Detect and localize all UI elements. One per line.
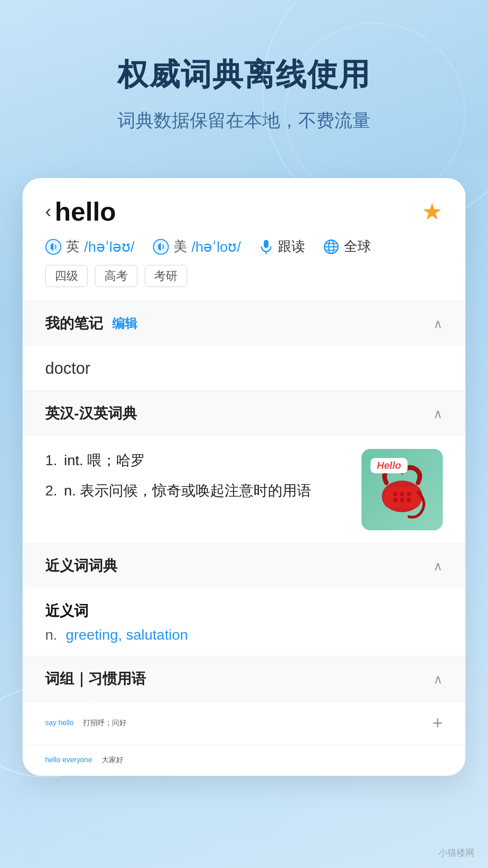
word-display: hello (55, 196, 116, 226)
hello-badge: Hello (371, 458, 408, 473)
svg-point-13 (400, 498, 404, 502)
notes-content: doctor (45, 359, 90, 377)
tag-kaoyan: 考研 (145, 265, 187, 287)
global-button[interactable]: 全球 (323, 237, 371, 256)
globe-icon (323, 239, 339, 255)
notes-title-text: 我的笔记 (45, 314, 103, 334)
tag-gaokao: 高考 (95, 265, 137, 287)
phrase-cn-2: 大家好 (102, 756, 123, 764)
uk-speaker-icon (45, 239, 61, 255)
svg-point-11 (407, 492, 411, 496)
dictionary-card: ‹ hello ★ 英 /həˈləʊ/ (23, 178, 465, 776)
dict-chevron-icon: ∧ (433, 406, 443, 421)
synonym-chevron-icon: ∧ (433, 559, 443, 574)
uk-phonetic-text: /həˈləʊ/ (84, 238, 135, 255)
dict-item-1: 1. int. 喂；哈罗 (45, 449, 352, 472)
notes-edit-button[interactable]: 编辑 (112, 315, 137, 332)
synonym-title: 近义词词典 (45, 556, 117, 576)
phrases-chevron-icon: ∧ (433, 672, 443, 687)
dict-section: 英汉-汉英词典 ∧ 1. int. 喂；哈罗 2. n. 表示问候，惊奇或唤起注… (23, 391, 465, 543)
dict-illustration: Hello (361, 449, 443, 530)
notes-title: 我的笔记 编辑 (45, 314, 137, 334)
follow-read-button[interactable]: 跟读 (259, 237, 305, 256)
phrases-title: 词组｜习惯用语 (45, 669, 146, 689)
phonetic-row: 英 /həˈləʊ/ 美 /həˈloʊ/ 跟读 (45, 237, 443, 256)
back-button[interactable]: ‹ (45, 201, 51, 222)
svg-point-14 (407, 498, 411, 502)
microphone-icon (259, 239, 273, 255)
notes-section: 我的笔记 编辑 ∧ doctor (23, 301, 465, 391)
us-speaker-icon (153, 239, 169, 255)
synonym-body: 近义词 n. greeting, salutation (23, 589, 465, 656)
synonym-section-header[interactable]: 近义词词典 ∧ (23, 543, 465, 589)
tag-row: 四级 高考 考研 (45, 265, 443, 287)
dict-text-block: 1. int. 喂；哈罗 2. n. 表示问候，惊奇或唤起注意时的用语 (45, 449, 352, 509)
uk-label: 英 (66, 237, 80, 256)
tag-cet4: 四级 (45, 265, 88, 287)
svg-rect-8 (384, 487, 420, 508)
synonym-words[interactable]: greeting, salutation (66, 627, 188, 643)
synonym-pos: n. (45, 627, 57, 643)
us-phonetic-text: /həˈloʊ/ (192, 238, 241, 255)
dict-entry: 1. int. 喂；哈罗 2. n. 表示问候，惊奇或唤起注意时的用语 Hell… (45, 449, 443, 530)
svg-rect-2 (264, 240, 268, 248)
notes-body: doctor (23, 346, 465, 391)
global-label: 全球 (344, 237, 371, 256)
synonym-section: 近义词词典 ∧ 近义词 n. greeting, salutation (23, 543, 465, 656)
us-label: 美 (174, 237, 187, 256)
us-phonetic[interactable]: 美 /həˈloʊ/ (153, 237, 241, 256)
dict-item-2: 2. n. 表示问候，惊奇或唤起注意时的用语 (45, 479, 352, 502)
dict-body: 1. int. 喂；哈罗 2. n. 表示问候，惊奇或唤起注意时的用语 Hell… (23, 436, 465, 543)
dict-title: 英汉-汉英词典 (45, 404, 137, 424)
dict-section-header[interactable]: 英汉-汉英词典 ∧ (23, 391, 465, 436)
synonym-heading: 近义词 (45, 601, 443, 621)
watermark: 小猫楼网 (438, 847, 474, 859)
svg-point-10 (400, 492, 404, 496)
follow-read-label: 跟读 (278, 237, 305, 256)
svg-point-12 (393, 498, 398, 502)
synonym-list: n. greeting, salutation (45, 627, 443, 643)
notes-section-header[interactable]: 我的笔记 编辑 ∧ (23, 301, 465, 346)
notes-chevron-icon: ∧ (433, 316, 443, 331)
word-back-title: ‹ hello (45, 196, 116, 226)
uk-phonetic[interactable]: 英 /həˈləʊ/ (45, 237, 135, 256)
phrases-section-header[interactable]: 词组｜习惯用语 ∧ (23, 656, 465, 702)
phrase-add-button-1[interactable]: + (432, 713, 443, 733)
svg-point-9 (393, 492, 398, 496)
